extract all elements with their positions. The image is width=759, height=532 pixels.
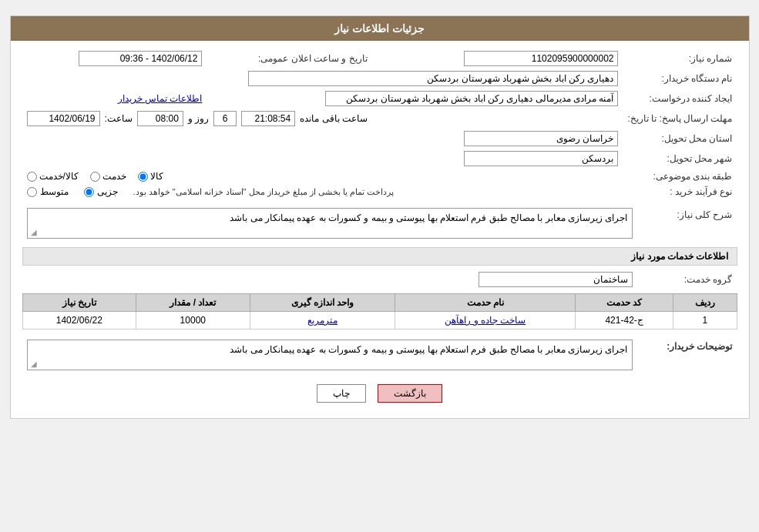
deadline-label: مهلت ارسال پاسخ: تا تاریخ:: [623, 109, 737, 129]
creator-input: آمنه مرادی مدیرمالی دهیاری رکن اباد بخش …: [325, 91, 618, 106]
contact-info-link[interactable]: اطلاعات تماس خریدار: [118, 93, 203, 104]
province-value: خراسان رضوی: [22, 129, 623, 149]
general-desc-cell: اجرای زیرسازی معابر با مصالح طبق فرم است…: [22, 206, 637, 241]
process-mottavaset-radio[interactable]: [27, 187, 37, 197]
announce-date-value: 1402/06/12 - 09:36: [22, 49, 207, 69]
service-group-value: ساختمان: [22, 269, 637, 289]
announce-date-input: 1402/06/12 - 09:36: [79, 51, 202, 66]
process-mottavaset-label: متوسط: [40, 186, 69, 197]
general-desc-value: اجرای زیرسازی معابر با مصالح طبق فرم است…: [230, 212, 627, 223]
need-number-input: 1102095900000002: [464, 51, 618, 66]
deadline-row: 1402/06/19 ساعت: 08:00 روز و 6 21:08:54: [22, 109, 623, 129]
process-jazee-radio[interactable]: [84, 187, 94, 197]
org-name-value: دهیاری رکن اباد بخش شهرباد شهرستان بردسک…: [22, 69, 623, 89]
category-khadamat-option[interactable]: خدمت: [90, 171, 126, 182]
category-khadamat-radio[interactable]: [90, 172, 100, 182]
col-header-name: نام حدمت: [395, 294, 576, 312]
category-kala-khadamat-label: کالا/خدمت: [39, 171, 79, 182]
process-row: متوسط جزیی پرداخت تمام یا بخشی از مبلغ خ…: [22, 184, 623, 199]
content-area: شماره نیاز: 1102095900000002 تاریخ و ساع…: [11, 41, 749, 418]
category-khadamat-label: خدمت: [102, 171, 126, 182]
service-group-table: گروه خدمت: ساختمان: [22, 269, 737, 289]
process-mottavaset-option[interactable]: متوسط: [27, 186, 69, 197]
table-cell-code: ج-42-421: [576, 312, 673, 330]
city-input: بردسکن: [464, 151, 618, 166]
table-cell-unit: مترمربع: [250, 312, 395, 330]
process-jazee-label: جزیی: [97, 186, 118, 197]
process-note: پرداخت تمام یا بخشی از مبلغ خریداز محل "…: [133, 187, 395, 197]
basic-info-table: شماره نیاز: 1102095900000002 تاریخ و ساع…: [22, 49, 737, 199]
remaining-label: ساعت باقی مانده: [300, 113, 368, 124]
table-row: 1ج-42-421ساخت جاده و راهآهنمترمربع100001…: [22, 312, 737, 330]
buttons-row: بازگشت چاپ: [22, 384, 737, 403]
category-kala-radio[interactable]: [138, 172, 148, 182]
category-options: کالا/خدمت خدمت کالا: [22, 169, 623, 184]
remaining-time-input: 21:08:54: [241, 111, 295, 126]
resize-handle: ◢: [29, 229, 37, 236]
print-button[interactable]: چاپ: [317, 384, 366, 403]
table-cell-row: 1: [673, 312, 737, 330]
page-header: جزئیات اطلاعات نیاز: [11, 16, 749, 41]
main-container: جزئیات اطلاعات نیاز شماره نیاز: 11020959…: [10, 15, 750, 419]
need-number-label: شماره نیاز:: [623, 49, 737, 69]
table-cell-quantity: 10000: [136, 312, 250, 330]
service-group-label: گروه خدمت:: [637, 269, 737, 289]
services-section-title: اطلاعات خدمات مورد نیاز: [22, 247, 737, 266]
contact-link-cell[interactable]: اطلاعات تماس خریدار: [22, 89, 207, 109]
category-kala-khadamat-radio[interactable]: [27, 172, 37, 182]
buyer-desc-value: اجرای زیرسازی معابر با مصالح طبق فرم است…: [230, 344, 627, 355]
col-header-code: کد حدمت: [576, 294, 673, 312]
buyer-desc-table: توضیحات خریدار: اجرای زیرسازی معابر با م…: [22, 337, 737, 373]
buyer-resize-handle: ◢: [29, 360, 37, 368]
category-kala-option[interactable]: کالا: [138, 171, 163, 182]
category-kala-label: کالا: [150, 171, 163, 182]
need-number-value: 1102095900000002: [395, 49, 623, 69]
col-header-unit: واحد اندازه گیری: [250, 294, 395, 312]
creator-label: ایجاد کننده درخواست:: [623, 89, 737, 109]
desc-table: شرح کلی نیاز: اجرای زیرسازی معابر با مصا…: [22, 206, 737, 241]
process-label: نوع فرآیند خرید :: [623, 184, 737, 199]
org-name-input: دهیاری رکن اباد بخش شهرباد شهرستان بردسک…: [248, 71, 618, 86]
process-jazee-option[interactable]: جزیی: [84, 186, 118, 197]
city-label: شهر محل تحویل:: [623, 149, 737, 169]
city-value: بردسکن: [22, 149, 623, 169]
category-label: طبقه بندی موضوعی:: [623, 169, 737, 184]
province-input: خراسان رضوی: [464, 131, 618, 146]
back-button[interactable]: بازگشت: [378, 384, 442, 403]
days-input: 6: [213, 111, 237, 126]
buyer-desc-box[interactable]: اجرای زیرسازی معابر با مصالح طبق فرم است…: [27, 340, 633, 370]
service-group-input: ساختمان: [479, 272, 633, 287]
general-desc-box[interactable]: اجرای زیرسازی معابر با مصالح طبق فرم است…: [27, 208, 633, 239]
col-header-date: تاریخ نیاز: [22, 294, 136, 312]
creator-value: آمنه مرادی مدیرمالی دهیاری رکن اباد بخش …: [207, 89, 623, 109]
response-time-input: 08:00: [137, 111, 183, 126]
page-title: جزئیات اطلاعات نیاز: [334, 22, 425, 35]
announce-date-label: تاریخ و ساعت اعلان عمومی:: [207, 49, 371, 69]
buyer-desc-cell: اجرای زیرسازی معابر با مصالح طبق فرم است…: [22, 337, 637, 373]
category-kala-khadamat-option[interactable]: کالا/خدمت: [27, 171, 79, 182]
col-header-row: ردیف: [673, 294, 737, 312]
time-label: ساعت:: [105, 113, 133, 124]
general-desc-label: شرح کلی نیاز:: [637, 206, 737, 241]
services-table: ردیف کد حدمت نام حدمت واحد اندازه گیری ت…: [22, 293, 737, 330]
days-label: روز و: [188, 113, 209, 124]
table-cell-name: ساخت جاده و راهآهن: [395, 312, 576, 330]
col-header-quantity: تعداد / مقدار: [136, 294, 250, 312]
province-label: استان محل تحویل:: [623, 129, 737, 149]
org-name-label: نام دستگاه خریدار:: [623, 69, 737, 89]
buyer-desc-label: توضیحات خریدار:: [637, 337, 737, 373]
table-cell-date: 1402/06/22: [22, 312, 136, 330]
response-date-input: 1402/06/19: [27, 111, 100, 126]
